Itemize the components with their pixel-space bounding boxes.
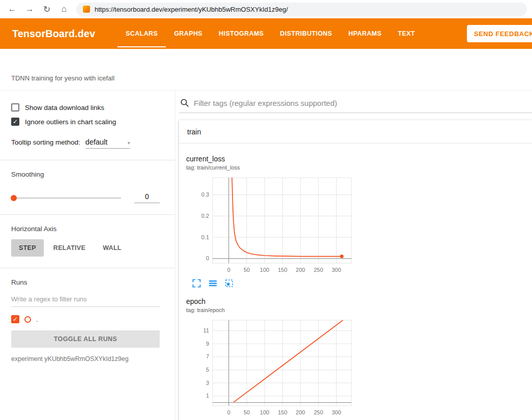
svg-text:250: 250 [314, 409, 323, 415]
svg-text:0.1: 0.1 [201, 234, 209, 240]
svg-text:250: 250 [314, 267, 323, 273]
svg-text:9: 9 [206, 341, 209, 347]
svg-text:0.3: 0.3 [201, 191, 209, 198]
svg-text:200: 200 [296, 409, 305, 415]
checkbox-checked-icon: ✓ [11, 118, 19, 126]
svg-text:0: 0 [227, 267, 230, 273]
tab-graphs[interactable]: GRAPHS [166, 18, 211, 49]
runs-label: Runs [11, 278, 160, 286]
svg-text:0: 0 [227, 409, 230, 415]
svg-text:50: 50 [244, 267, 250, 273]
horizontal-axis-buttons: STEP RELATIVE WALL [11, 239, 160, 257]
home-icon[interactable]: ⌂ [57, 4, 71, 14]
chart-grid: current_losstag: train/current_loss05010… [179, 144, 532, 420]
svg-text:150: 150 [278, 409, 287, 415]
svg-text:200: 200 [296, 267, 305, 273]
fit-domain-icon[interactable] [225, 279, 234, 288]
main-panel: Filter tags (regular expressions support… [175, 91, 532, 420]
forward-icon[interactable]: → [22, 4, 37, 14]
tab-text[interactable]: TEXT [390, 18, 423, 49]
address-bar[interactable]: https://tensorboard.dev/experiment/yKUbh… [76, 3, 527, 16]
runs-filter-input[interactable]: Write a regex to filter runs [11, 295, 160, 307]
experiment-description: TDNN training for yesno with icefall [0, 49, 532, 91]
chart-title: current_loss [186, 155, 358, 163]
checkbox-label: Show data download links [25, 104, 104, 111]
chart-actions [192, 279, 358, 288]
smoothing-slider[interactable] [11, 198, 121, 199]
tooltip-sorting-row: Tooltip sorting method: default ▾ [11, 138, 160, 149]
axis-step-button[interactable]: STEP [11, 239, 44, 257]
chevron-down-icon: ▾ [128, 140, 130, 146]
tooltip-sorting-label: Tooltip sorting method: [11, 138, 80, 146]
refresh-icon[interactable]: ↻ [40, 4, 54, 15]
svg-text:300: 300 [332, 409, 341, 415]
tooltip-sorting-value: default [85, 138, 108, 146]
main-nav: SCALARS GRAPHS HISTOGRAMS DISTRIBUTIONS … [117, 18, 423, 49]
smoothing-label: Smoothing [11, 171, 160, 178]
train-section-card: train current_losstag: train/current_los… [179, 120, 532, 420]
checkbox-label: Ignore outliers in chart scaling [25, 118, 116, 126]
svg-text:0: 0 [206, 255, 209, 261]
svg-text:1: 1 [206, 393, 209, 399]
chart-title: epoch [186, 297, 358, 305]
filter-tags-input[interactable]: Filter tags (regular expressions support… [179, 96, 532, 113]
svg-text:300: 300 [332, 267, 341, 273]
sidebar: Show data download links ✓ Ignore outlie… [0, 91, 175, 420]
show-download-links-checkbox[interactable]: Show data download links [11, 103, 160, 111]
browser-chrome: ← → ↻ ⌂ https://tensorboard.dev/experime… [0, 0, 532, 18]
run-checkbox-icon[interactable]: ✓ [11, 315, 19, 323]
tab-scalars[interactable]: SCALARS [117, 18, 166, 49]
y-axis-toggle-icon[interactable] [209, 279, 218, 288]
filter-tags-placeholder: Filter tags (regular expressions support… [194, 99, 337, 107]
axis-relative-button[interactable]: RELATIVE [46, 239, 93, 257]
svg-text:50: 50 [244, 409, 250, 415]
svg-text:5: 5 [206, 367, 209, 373]
run-name: . [36, 316, 38, 323]
svg-text:3: 3 [206, 380, 209, 386]
toggle-all-runs-button[interactable]: TOGGLE ALL RUNS [11, 330, 160, 348]
divider [0, 214, 175, 215]
send-feedback-button[interactable]: SEND FEEDBACK [467, 25, 532, 42]
tab-hparams[interactable]: HPARAMS [340, 18, 390, 49]
chart-tag: tag: train/epoch [186, 307, 358, 313]
run-row[interactable]: ✓ . [11, 315, 160, 323]
back-icon[interactable]: ← [5, 4, 19, 14]
experiment-id-label: experiment yKUbhb5wRmOSXYkId1z9eg [11, 355, 160, 362]
svg-text:0.2: 0.2 [201, 213, 209, 219]
url-text: https://tensorboard.dev/experiment/yKUbh… [95, 6, 288, 13]
chart-tag: tag: train/current_loss [186, 164, 358, 171]
app-header: TensorBoard.dev SCALARS GRAPHS HISTOGRAM… [0, 18, 532, 49]
svg-text:100: 100 [260, 409, 269, 415]
svg-text:100: 100 [260, 267, 269, 273]
divider [0, 268, 175, 268]
train-section-header[interactable]: train [179, 120, 532, 144]
svg-text:11: 11 [203, 327, 209, 333]
expand-chart-icon[interactable] [192, 279, 201, 288]
content: Show data download links ✓ Ignore outlie… [0, 91, 532, 420]
tab-distributions[interactable]: DISTRIBUTIONS [272, 18, 340, 49]
search-icon [180, 98, 189, 107]
chart-card-epoch: epochtag: train/epoch0501001502002503001… [186, 297, 358, 420]
smoothing-row: 0 [11, 192, 160, 203]
divider [0, 160, 175, 160]
tensorboard-favicon [83, 6, 90, 13]
checkbox-unchecked-icon [11, 103, 19, 111]
app-title: TensorBoard.dev [12, 18, 95, 49]
svg-text:150: 150 [278, 267, 287, 273]
chart-plot[interactable]: 05010015020025030000.10.20.3 [186, 175, 357, 276]
horizontal-axis-label: Horizontal Axis [11, 225, 160, 233]
smoothing-value-input[interactable]: 0 [134, 192, 160, 203]
slider-thumb-icon[interactable] [11, 195, 17, 201]
run-color-swatch-icon [24, 316, 31, 323]
svg-text:7: 7 [206, 353, 209, 359]
ignore-outliers-checkbox[interactable]: ✓ Ignore outliers in chart scaling [11, 118, 160, 126]
chart-card-current_loss: current_losstag: train/current_loss05010… [186, 155, 358, 288]
tab-histograms[interactable]: HISTOGRAMS [211, 18, 272, 49]
axis-wall-button[interactable]: WALL [95, 239, 129, 257]
tooltip-sorting-select[interactable]: default ▾ [85, 138, 130, 149]
chart-plot[interactable]: 0501001502002503001357911 [186, 317, 357, 419]
